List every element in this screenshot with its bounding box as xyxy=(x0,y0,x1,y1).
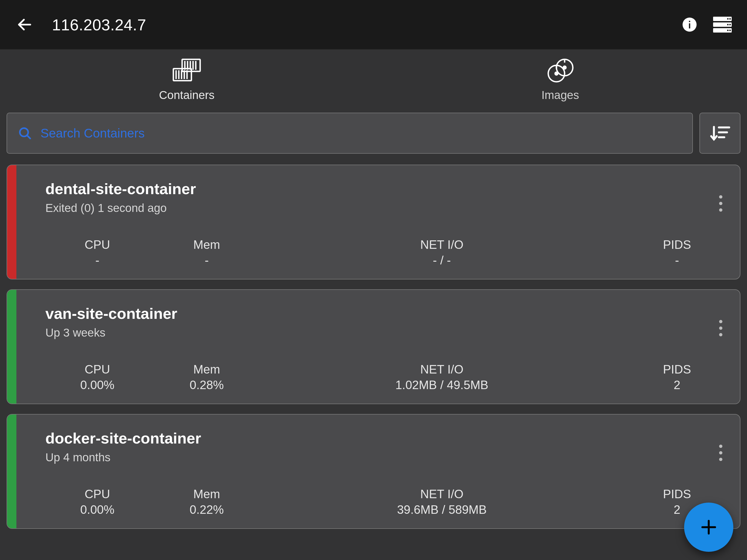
card-more-button[interactable] xyxy=(713,314,729,342)
arrow-left-icon xyxy=(16,16,33,33)
card-more-button[interactable] xyxy=(713,439,729,466)
search-box[interactable] xyxy=(6,113,693,154)
add-button[interactable] xyxy=(684,503,733,552)
svg-rect-5 xyxy=(713,22,732,27)
info-button[interactable] xyxy=(676,11,703,38)
status-indicator xyxy=(7,414,17,528)
card-body: docker-site-container Up 4 months CPU0.0… xyxy=(26,414,740,528)
svg-point-8 xyxy=(729,18,731,20)
search-row xyxy=(0,109,747,159)
stat-cpu: CPU0.00% xyxy=(45,486,149,517)
server-stack-icon xyxy=(713,17,732,32)
svg-point-38 xyxy=(719,202,722,205)
more-vert-icon xyxy=(719,195,723,212)
svg-rect-3 xyxy=(689,21,690,22)
container-stats: CPU0.00% Mem0.28% NET I/O1.02MB / 49.5MB… xyxy=(45,361,735,396)
sort-desc-icon xyxy=(709,124,731,143)
search-input[interactable] xyxy=(41,126,684,141)
tab-containers[interactable]: Containers xyxy=(0,50,374,109)
status-indicator xyxy=(7,165,17,279)
svg-point-9 xyxy=(727,24,729,25)
status-indicator xyxy=(7,290,17,404)
card-body: van-site-container Up 3 weeks CPU0.00% M… xyxy=(26,290,740,404)
containers-icon xyxy=(172,58,202,84)
stat-mem: Mem0.22% xyxy=(149,486,264,517)
stat-netio: NET I/O1.02MB / 49.5MB xyxy=(264,361,620,393)
images-icon xyxy=(544,58,577,84)
sort-button[interactable] xyxy=(699,113,741,154)
svg-point-41 xyxy=(719,327,722,330)
svg-rect-4 xyxy=(713,17,732,21)
svg-point-37 xyxy=(719,195,722,199)
stat-mem: Mem- xyxy=(149,237,264,268)
svg-point-11 xyxy=(727,29,729,31)
card-body: dental-site-container Exited (0) 1 secon… xyxy=(26,165,740,279)
app-root: 116.203.24.7 xyxy=(0,0,747,560)
container-name: docker-site-container xyxy=(45,429,735,447)
info-icon xyxy=(682,17,697,32)
stat-pids: PIDS2 xyxy=(620,361,735,393)
container-card[interactable]: van-site-container Up 3 weeks CPU0.00% M… xyxy=(6,289,741,404)
container-stats: CPU- Mem- NET I/O- / - PIDS- xyxy=(45,237,735,271)
tab-containers-label: Containers xyxy=(159,88,214,102)
svg-point-12 xyxy=(729,29,731,31)
svg-point-43 xyxy=(719,444,722,448)
stat-cpu: CPU- xyxy=(45,237,149,268)
container-card[interactable]: docker-site-container Up 4 months CPU0.0… xyxy=(6,414,741,529)
stat-cpu: CPU0.00% xyxy=(45,361,149,393)
card-more-button[interactable] xyxy=(713,190,729,217)
container-status: Up 4 months xyxy=(45,451,735,464)
top-bar: 116.203.24.7 xyxy=(0,0,747,49)
stat-pids: PIDS- xyxy=(620,237,735,268)
back-button[interactable] xyxy=(11,11,38,38)
container-name: van-site-container xyxy=(45,305,735,322)
container-name: dental-site-container xyxy=(45,180,735,198)
more-vert-icon xyxy=(719,320,723,337)
svg-point-10 xyxy=(729,24,731,25)
svg-point-29 xyxy=(563,66,566,69)
svg-rect-2 xyxy=(689,23,690,28)
svg-point-45 xyxy=(719,458,722,461)
svg-point-7 xyxy=(727,18,729,20)
svg-point-42 xyxy=(719,333,722,336)
stat-mem: Mem0.28% xyxy=(149,361,264,393)
svg-point-39 xyxy=(719,208,722,212)
stat-netio: NET I/O- / - xyxy=(264,237,620,268)
more-vert-icon xyxy=(719,444,723,462)
container-status: Up 3 weeks xyxy=(45,326,735,339)
tab-bar: Containers Images xyxy=(0,49,747,109)
container-card[interactable]: dental-site-container Exited (0) 1 secon… xyxy=(6,164,741,279)
container-status: Exited (0) 1 second ago xyxy=(45,202,735,215)
svg-point-44 xyxy=(719,451,722,455)
servers-button[interactable] xyxy=(709,11,736,38)
svg-rect-6 xyxy=(713,28,732,32)
containers-list: dental-site-container Exited (0) 1 secon… xyxy=(0,159,747,529)
page-title: 116.203.24.7 xyxy=(52,16,146,34)
container-stats: CPU0.00% Mem0.22% NET I/O39.6MB / 589MB … xyxy=(45,486,735,520)
search-icon xyxy=(15,126,34,140)
tab-images-label: Images xyxy=(541,88,579,102)
svg-point-40 xyxy=(719,320,722,323)
tab-images[interactable]: Images xyxy=(374,50,747,109)
plus-icon xyxy=(699,518,718,537)
stat-netio: NET I/O39.6MB / 589MB xyxy=(264,486,620,517)
svg-line-32 xyxy=(27,135,30,138)
